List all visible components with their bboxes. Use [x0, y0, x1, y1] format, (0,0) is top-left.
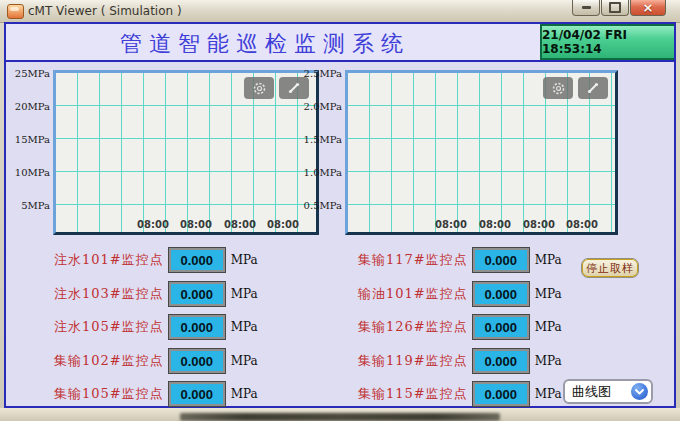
- y-tick: 5MPa: [6, 200, 50, 211]
- monitor-row: 集输117#监控点 0.000 MPa: [358, 249, 562, 271]
- y-tick: 25MPa: [6, 68, 50, 79]
- monitor-label: 集输119#监控点: [358, 352, 468, 370]
- minimize-icon: [582, 6, 591, 9]
- monitor-unit: MPa: [535, 354, 562, 368]
- monitor-row: 集输115#监控点 0.000 MPa: [358, 383, 562, 405]
- x-tick: 08:00: [566, 219, 598, 230]
- monitor-value: 0.000: [169, 282, 225, 306]
- minimize-button[interactable]: [572, 0, 600, 16]
- monitor-unit: MPa: [231, 354, 258, 368]
- monitor-row: 集输105#监控点 0.000 MPa: [54, 383, 258, 405]
- close-button[interactable]: ×: [630, 0, 666, 16]
- maximize-button[interactable]: [601, 0, 629, 16]
- chart-settings-button[interactable]: [244, 77, 274, 99]
- y-tick: 10MPa: [6, 167, 50, 178]
- window-bottom-frame: [0, 408, 680, 421]
- cmt-viewer-window: cMT Viewer ( Simulation ) × 管道智能巡检监测系统 2…: [0, 0, 680, 421]
- x-tick: 08:00: [180, 219, 212, 230]
- trend-chart-left[interactable]: 08:00 08:00 08:00 08:00: [53, 70, 319, 235]
- page-title: 管道智能巡检监测系统: [6, 29, 524, 59]
- trend-chart-right[interactable]: 08:00 08:00 08:00 08:00: [345, 70, 618, 235]
- monitor-unit: MPa: [231, 320, 258, 334]
- monitor-value: 0.000: [169, 248, 225, 272]
- close-icon: ×: [643, 1, 654, 14]
- taskbar-behind-window: [180, 413, 500, 421]
- monitor-unit: MPa: [535, 387, 562, 401]
- window-titlebar[interactable]: cMT Viewer ( Simulation ) ×: [0, 0, 680, 23]
- clock-display: 21/04/02 FRI 18:53:14: [540, 24, 674, 60]
- monitor-value: 0.000: [473, 248, 529, 272]
- monitor-label: 集输115#监控点: [358, 385, 468, 403]
- monitor-value: 0.000: [169, 349, 225, 373]
- monitor-unit: MPa: [535, 320, 562, 334]
- monitor-row: 集输102#监控点 0.000 MPa: [54, 350, 258, 372]
- chart-settings-button[interactable]: [543, 77, 573, 99]
- chart-measure-button[interactable]: [279, 77, 309, 99]
- monitor-label: 集输117#监控点: [358, 251, 468, 269]
- monitor-row: 集输126#监控点 0.000 MPa: [358, 316, 562, 338]
- monitor-label: 集输102#监控点: [54, 352, 164, 370]
- chart-measure-button[interactable]: [578, 77, 608, 99]
- monitor-value: 0.000: [169, 315, 225, 339]
- monitor-row: 输油101#监控点 0.000 MPa: [358, 283, 562, 305]
- y-tick: 2.0MPa: [298, 101, 342, 112]
- x-tick: 08:00: [523, 219, 555, 230]
- dropdown-value: 曲线图: [572, 383, 631, 401]
- monitor-row: 注水101#监控点 0.000 MPa: [54, 249, 258, 271]
- monitor-value: 0.000: [169, 382, 225, 406]
- monitor-unit: MPa: [535, 287, 562, 301]
- maximize-icon: [609, 2, 621, 13]
- dropdown-chevron-button[interactable]: [631, 383, 648, 400]
- monitor-value: 0.000: [473, 315, 529, 339]
- y-tick: 1.0MPa: [298, 167, 342, 178]
- y-tick: 0.5MPa: [298, 200, 342, 211]
- monitor-label: 集输126#监控点: [358, 318, 468, 336]
- monitor-unit: MPa: [231, 253, 258, 267]
- monitor-row: 集输119#监控点 0.000 MPa: [358, 350, 562, 372]
- monitor-unit: MPa: [231, 287, 258, 301]
- monitor-unit: MPa: [535, 253, 562, 267]
- x-tick: 08:00: [224, 219, 256, 230]
- x-tick: 08:00: [479, 219, 511, 230]
- y-tick: 20MPa: [6, 101, 50, 112]
- x-tick: 08:00: [137, 219, 169, 230]
- monitor-value: 0.000: [473, 382, 529, 406]
- x-tick: 08:00: [435, 219, 467, 230]
- stop-sampling-button[interactable]: 停止取样: [581, 258, 639, 278]
- x-tick: 08:00: [267, 219, 299, 230]
- y-tick: 15MPa: [6, 134, 50, 145]
- monitor-label: 输油101#监控点: [358, 285, 468, 303]
- monitor-label: 注水101#监控点: [54, 251, 164, 269]
- cmt-app-icon: [7, 4, 24, 19]
- monitor-label: 注水105#监控点: [54, 318, 164, 336]
- measure-pen-icon: [586, 81, 600, 95]
- y-tick: 2.5MPa: [298, 68, 342, 79]
- gear-icon: [551, 81, 566, 96]
- header-bar: 管道智能巡检监测系统 21/04/02 FRI 18:53:14: [6, 24, 674, 62]
- monitor-row: 注水105#监控点 0.000 MPa: [54, 316, 258, 338]
- monitor-label: 集输105#监控点: [54, 385, 164, 403]
- view-dropdown[interactable]: 曲线图: [563, 379, 653, 404]
- monitor-value: 0.000: [473, 349, 529, 373]
- monitor-label: 注水103#监控点: [54, 285, 164, 303]
- measure-pen-icon: [287, 81, 301, 95]
- monitor-row: 注水103#监控点 0.000 MPa: [54, 283, 258, 305]
- gear-icon: [252, 81, 267, 96]
- monitor-unit: MPa: [231, 387, 258, 401]
- y-tick: 1.5MPa: [298, 134, 342, 145]
- main-panel: 管道智能巡检监测系统 21/04/02 FRI 18:53:14 25MPa 2…: [4, 22, 676, 408]
- window-title: cMT Viewer ( Simulation ): [28, 4, 182, 18]
- monitor-value: 0.000: [473, 282, 529, 306]
- chevron-down-icon: [635, 389, 644, 395]
